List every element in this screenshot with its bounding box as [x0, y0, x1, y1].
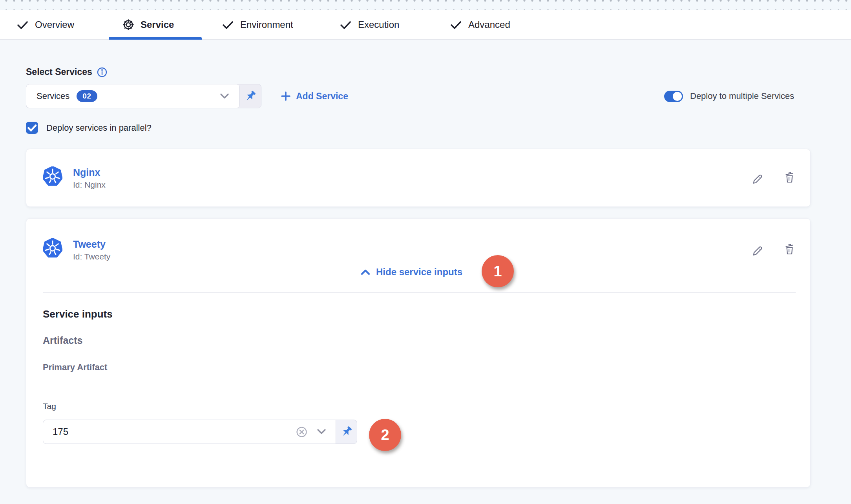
- stage-tabbar: Overview Service Environment Execution A…: [0, 10, 851, 40]
- service-name-link[interactable]: Nginx: [73, 166, 106, 179]
- check-icon: [449, 18, 462, 31]
- add-service-label: Add Service: [296, 91, 348, 102]
- service-header: Nginx Id: Nginx: [43, 166, 106, 191]
- primary-artifact-heading: Primary Artifact: [43, 362, 107, 373]
- tab-execution[interactable]: Execution: [339, 10, 399, 40]
- deploy-multiple-toggle[interactable]: [664, 91, 683, 102]
- service-inputs-title: Service inputs: [43, 308, 113, 320]
- deploy-multiple-toggle-row: Deploy to multiple Services: [664, 84, 794, 108]
- select-services-label: Select Services: [26, 67, 107, 77]
- service-id: Id: Tweety: [73, 250, 110, 263]
- tab-environment[interactable]: Environment: [221, 10, 293, 40]
- delete-service-icon[interactable]: [783, 242, 796, 255]
- callout-badge-1: 1: [482, 255, 514, 287]
- tab-overview[interactable]: Overview: [16, 10, 74, 40]
- parallel-checkbox-row: Deploy services in parallel?: [26, 122, 152, 134]
- tag-input-wrap: [43, 420, 336, 444]
- select-services-text: Select Services: [26, 67, 92, 77]
- hide-service-inputs-link[interactable]: Hide service inputs: [360, 267, 462, 278]
- check-icon: [221, 18, 234, 31]
- callout-badge-2: 2: [369, 419, 401, 451]
- plus-icon: [280, 91, 291, 102]
- tab-advanced[interactable]: Advanced: [449, 10, 510, 40]
- chevron-down-icon[interactable]: [315, 425, 328, 438]
- tab-label: Environment: [240, 19, 293, 30]
- check-icon: [16, 18, 29, 31]
- tag-label: Tag: [43, 402, 56, 411]
- tag-field: [43, 420, 357, 444]
- kubernetes-icon: [43, 238, 62, 263]
- toggle-knob: [673, 92, 682, 101]
- hide-service-inputs-label: Hide service inputs: [376, 267, 462, 278]
- tab-label: Advanced: [468, 19, 510, 30]
- artifacts-heading: Artifacts: [43, 335, 82, 346]
- info-icon[interactable]: [97, 67, 107, 77]
- services-dropdown-value-area[interactable]: Services 02: [26, 84, 240, 108]
- clear-icon[interactable]: [296, 426, 307, 438]
- service-id: Id: Nginx: [73, 179, 106, 191]
- tab-label: Service: [141, 19, 174, 30]
- edit-service-icon[interactable]: [751, 170, 763, 183]
- active-tab-underline: [109, 37, 202, 40]
- tab-service[interactable]: Service: [122, 10, 174, 40]
- service-name-link[interactable]: Tweety: [73, 238, 110, 250]
- gear-icon: [122, 18, 135, 31]
- caret-up-icon: [360, 267, 371, 277]
- parallel-checkbox-label: Deploy services in parallel?: [46, 123, 152, 133]
- service-actions: [751, 242, 796, 255]
- edit-service-icon[interactable]: [751, 242, 763, 255]
- service-card-tweety: Tweety Id: Tweety Hide service inputs 1 …: [26, 218, 811, 488]
- tab-label: Overview: [35, 19, 74, 30]
- service-actions: [751, 170, 796, 183]
- section-divider: [43, 292, 796, 293]
- checkbox-check-icon: [26, 122, 38, 134]
- dotted-top-strip: [0, 0, 851, 10]
- service-card-nginx: Nginx Id: Nginx: [26, 149, 811, 207]
- services-count-badge: 02: [77, 90, 97, 102]
- pin-runtime-input-button[interactable]: [240, 84, 261, 108]
- delete-service-icon[interactable]: [783, 170, 796, 183]
- check-icon: [339, 18, 352, 31]
- kubernetes-icon: [43, 166, 62, 191]
- tab-label: Execution: [358, 19, 399, 30]
- pin-icon: [244, 90, 257, 102]
- tag-pin-runtime-input-button[interactable]: [336, 420, 357, 444]
- add-service-button[interactable]: Add Service: [280, 84, 348, 108]
- service-header: Tweety Id: Tweety: [43, 238, 110, 263]
- chevron-down-icon[interactable]: [218, 90, 231, 102]
- services-dropdown[interactable]: Services 02: [26, 84, 261, 108]
- parallel-checkbox[interactable]: [26, 122, 38, 134]
- services-dropdown-value: Services: [37, 91, 69, 101]
- tag-input[interactable]: [43, 420, 296, 443]
- deploy-multiple-label: Deploy to multiple Services: [690, 91, 794, 101]
- pin-icon: [340, 425, 353, 438]
